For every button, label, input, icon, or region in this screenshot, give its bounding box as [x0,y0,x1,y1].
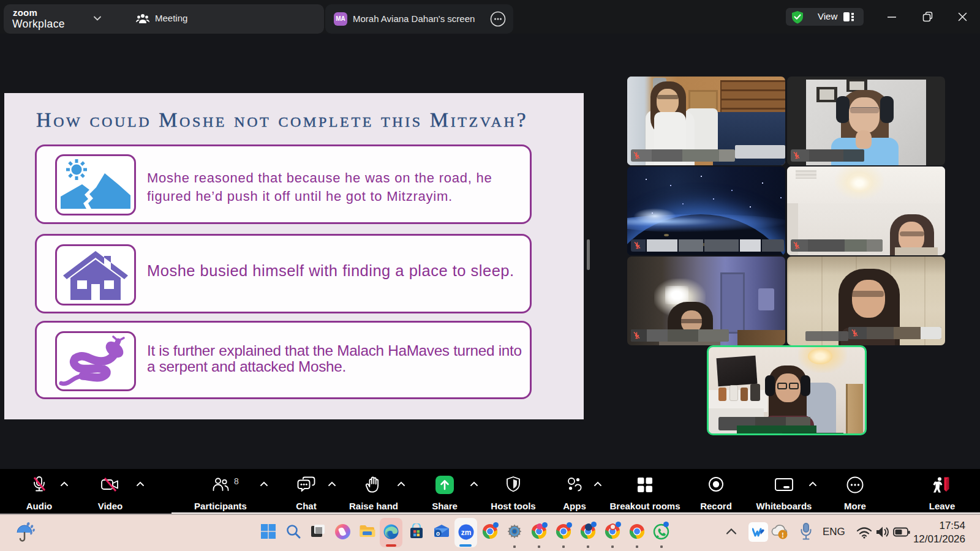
svg-text:o: o [436,530,440,537]
svg-text:zm: zm [461,528,472,537]
svg-text:!: ! [782,531,784,539]
